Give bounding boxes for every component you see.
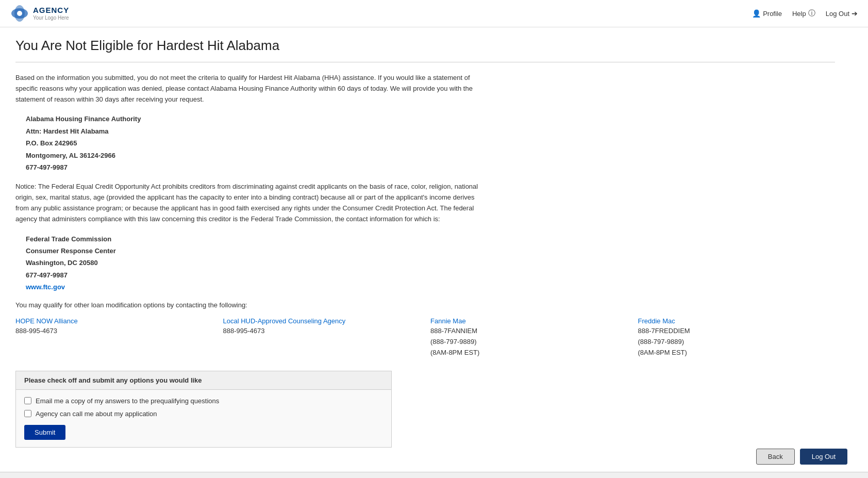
page-title: You Are Not Eligible for Hardest Hit Ala… [15,38,835,54]
logo-area: AGENCY Your Logo Here [10,4,69,23]
contacts-grid: HOPE NOW Alliance 888-995-4673 Local HUD… [15,317,835,358]
checkbox-row-call: Agency can call me about my application [24,410,383,418]
address-line2: Attn: Hardest Hit Alabama [26,125,835,137]
ftc-line2: Consumer Response Center [26,245,835,257]
ftc-website-link[interactable]: www.ftc.gov [26,283,65,291]
title-divider [15,62,835,62]
agency-logo-icon [10,4,29,23]
ftc-block: Federal Trade Commission Consumer Respon… [26,233,835,293]
help-icon: ⓘ [808,9,815,18]
profile-label: Profile [763,10,782,18]
address-line1: Alabama Housing Finance Authority [26,113,835,125]
email-checkbox-label: Email me a copy of my answers to the pre… [36,397,219,405]
qualify-text: You may qualify for other loan modificat… [15,301,835,309]
contact-hud: Local HUD-Approved Counseling Agency 888… [223,317,421,358]
logout-icon: ➔ [852,9,858,18]
options-box: Please check off and submit any options … [15,371,392,448]
back-button[interactable]: Back [756,449,795,465]
logout-link-header[interactable]: Log Out ➔ [826,9,858,18]
address-line5: 677-497-9987 [26,161,835,173]
address-line3: P.O. Box 242965 [26,137,835,149]
logout-label-header: Log Out [826,10,849,18]
profile-icon: 👤 [752,9,761,18]
ftc-line4: 677-497-9987 [26,269,835,281]
call-checkbox[interactable] [24,410,31,417]
call-checkbox-label: Agency can call me about my application [36,410,157,418]
scrollbar-area[interactable] [0,472,868,478]
options-header: Please check off and submit any options … [16,371,391,390]
hope-now-link[interactable]: HOPE NOW Alliance [15,317,213,325]
fannie-mae-link[interactable]: Fannie Mae [430,317,628,325]
intro-paragraph: Based on the information you submitted, … [15,73,479,105]
hud-phone: 888-995-4673 [223,326,421,337]
nav-links: 👤 Profile Help ⓘ Log Out ➔ [752,9,858,18]
profile-link[interactable]: 👤 Profile [752,9,782,18]
hud-link[interactable]: Local HUD-Approved Counseling Agency [223,317,421,325]
freddie-mac-phone: 888-7FREDDIEM(888-797-9889)(8AM-8PM EST) [638,326,836,358]
main-content: You Are Not Eligible for Hardest Hit Ala… [0,27,850,478]
email-checkbox[interactable] [24,397,31,404]
svg-point-2 [17,11,22,16]
address-block: Alabama Housing Finance Authority Attn: … [26,113,835,173]
agency-name: AGENCY [33,6,69,15]
contact-freddie-mac: Freddie Mac 888-7FREDDIEM(888-797-9889)(… [638,317,836,358]
options-body: Email me a copy of my answers to the pre… [16,390,391,447]
freddie-mac-link[interactable]: Freddie Mac [638,317,836,325]
contact-hope-now: HOPE NOW Alliance 888-995-4673 [15,317,213,358]
help-label: Help [792,10,806,18]
help-link[interactable]: Help ⓘ [792,9,815,18]
app-header: AGENCY Your Logo Here 👤 Profile Help ⓘ L… [0,0,868,27]
checkbox-row-email: Email me a copy of my answers to the pre… [24,397,383,405]
logo-tagline: Your Logo Here [33,15,69,21]
contact-fannie-mae: Fannie Mae 888-7FANNIEM(888-797-9889)(8A… [430,317,628,358]
ftc-line3: Washington, DC 20580 [26,257,835,269]
address-line4: Montgomery, AL 36124-2966 [26,150,835,161]
logo-text: AGENCY Your Logo Here [33,6,69,21]
hope-now-phone: 888-995-4673 [15,326,213,337]
logout-button[interactable]: Log Out [800,449,847,465]
notice-paragraph: Notice: The Federal Equal Credit Opportu… [15,182,479,224]
submit-button[interactable]: Submit [24,425,65,440]
fannie-mae-phone: 888-7FANNIEM(888-797-9889)(8AM-8PM EST) [430,326,628,358]
page-footer: Back Log Out [746,442,858,471]
ftc-line1: Federal Trade Commission [26,233,835,245]
